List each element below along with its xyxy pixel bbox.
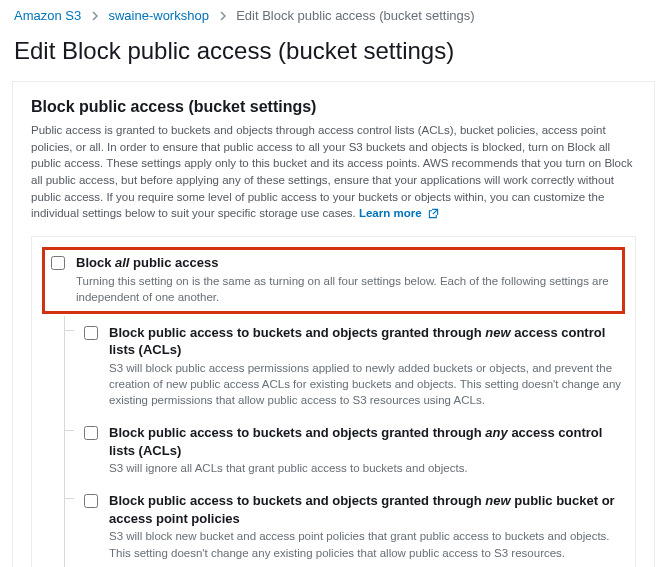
option-new-policies-title: Block public access to buckets and objec… [109,492,623,527]
learn-more-link[interactable]: Learn more [359,207,439,219]
option-block-all: Block all public access Turning this set… [47,252,620,309]
panel-heading: Block public access (bucket settings) [31,98,636,116]
option-block-all-desc: Turning this setting on is the same as t… [76,273,620,305]
breadcrumb-current: Edit Block public access (bucket setting… [236,8,474,23]
checkbox-new-policies[interactable] [84,494,98,508]
external-link-icon [428,207,439,224]
breadcrumb-root[interactable]: Amazon S3 [14,8,81,23]
option-new-acls: Block public access to buckets and objec… [64,320,623,420]
checkbox-new-acls[interactable] [84,326,98,340]
chevron-right-icon [91,11,99,23]
page-title: Edit Block public access (bucket setting… [14,37,653,65]
settings-panel: Block public access (bucket settings) Pu… [12,81,655,567]
highlight-block-all: Block all public access Turning this set… [42,247,625,314]
option-new-policies-desc: S3 will block new bucket and access poin… [109,528,623,560]
chevron-right-icon [219,11,227,23]
option-any-acls-title: Block public access to buckets and objec… [109,424,623,459]
option-new-policies: Block public access to buckets and objec… [64,488,623,567]
breadcrumb: Amazon S3 swaine-workshop Edit Block pub… [0,0,667,27]
checkbox-block-all[interactable] [51,256,65,270]
sub-options: Block public access to buckets and objec… [64,320,623,567]
panel-description: Public access is granted to buckets and … [31,122,636,224]
checkbox-any-acls[interactable] [84,426,98,440]
option-new-acls-desc: S3 will block public access permissions … [109,360,623,408]
option-new-acls-title: Block public access to buckets and objec… [109,324,623,359]
settings-box: Block all public access Turning this set… [31,236,636,567]
breadcrumb-bucket[interactable]: swaine-workshop [108,8,208,23]
option-any-acls-desc: S3 will ignore all ACLs that grant publi… [109,460,623,476]
option-block-all-title: Block all public access [76,254,620,272]
option-any-acls: Block public access to buckets and objec… [64,420,623,488]
